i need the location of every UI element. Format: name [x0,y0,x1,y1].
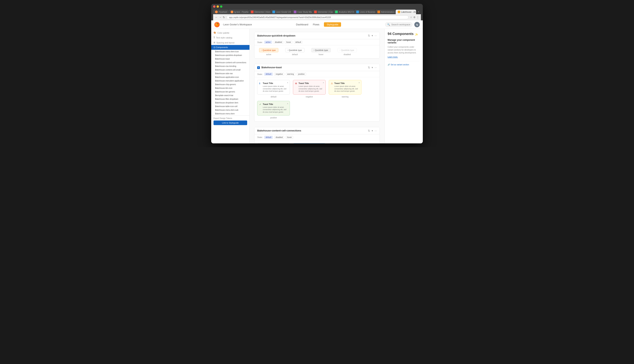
toast-negative-body: Lorem ipsum dolor sit amet, consectetur … [298,85,323,92]
connections-expand-icon[interactable]: ▾ [372,129,373,132]
sidebar-sub-application-icon[interactable]: $lakehouse-application-icon [211,75,249,79]
tab-case-study[interactable]: Case Study Ma... × [292,10,312,14]
toast-warning-card: ⚠ Toast Title Lorem ipsum dolor sit amet… [329,80,362,94]
toast-default-label: default [271,96,276,98]
sidebar-item-text-style[interactable]: T Text style catalog [211,35,249,40]
toast-positive-label: positive [270,117,277,119]
menu-icon[interactable]: ⋮ [417,16,419,19]
sidebar-sub-content-cell-small[interactable]: $lakehouse-content-cell-small [211,68,249,72]
sidebar-sub-side-nav[interactable]: $lakehouse-side-nav [211,72,249,75]
maximize-traffic-light[interactable] [220,6,222,8]
state-hover[interactable]: hover [285,41,292,44]
quicklink-variant-disabled: › Quicklink type disabled [336,48,359,56]
nav-styleguide[interactable]: Styleguide [324,22,341,27]
lines-biz-favicon [356,10,359,13]
sidebar-sub-toast[interactable]: $lakehouse-toast [211,57,249,61]
nav-flows[interactable]: Flows [313,22,319,27]
quicklink-variants-grid: › Quicklink type active › Quicklink type… [254,45,380,58]
toast-default-close[interactable]: × [287,82,288,84]
workspace-label-text: Leon Govier's Workspace [223,23,252,26]
connections-sort-icon[interactable]: ⇅ [368,129,370,132]
new-tab-button[interactable]: + [416,9,421,14]
sidebar-sub-btn-generic[interactable]: $lakehouse-btn-generic [211,90,249,94]
toast-warning-close[interactable]: × [359,82,360,84]
connections-section-actions: ⇅ ▾ ··· [368,129,377,132]
sidebar-sub-content-cell-connections[interactable]: $lakehouse-content-cell-connections [211,61,249,64]
toast-check-icon: ✓ [259,103,261,106]
sidebar-sub-menu-item-sub[interactable]: $lakehouse-menu-item-sub [211,108,249,112]
toast-section-header: # $lakehouse-toast ⇅ ▾ ··· [254,64,380,71]
tab-lakehouse[interactable]: Lakehouse - Ze... × [396,10,416,14]
conn-state-hover[interactable]: hover [286,136,293,139]
sidebar-sub-menuitem-application[interactable]: $lakehouse-menuitem-application [211,79,249,83]
forward-button[interactable]: → [219,16,222,19]
panel-manage-title: Manage your component variants [388,39,420,44]
sidebar-sub-dropdown-item[interactable]: $lakehouse-dropdown-item [211,101,249,104]
tab-close-flywheel[interactable]: × [228,11,228,13]
sidebar-item-color-palette[interactable]: 🎨 Color palette [211,30,249,35]
bookmark-icon[interactable]: ☆ [410,16,412,19]
link-icon: 🔗 [388,64,390,66]
tab-administration[interactable]: Administration ... × [376,10,396,14]
toast-state-negative[interactable]: negative [274,73,284,76]
sidebar-sub-quicklink-dropdown[interactable]: $lakehouse-quicklink-dropdown [211,54,249,57]
link-to-styleguide-button[interactable]: Link to Styleguide [213,120,247,125]
connections-more-icon[interactable]: ··· [375,129,377,132]
tab-analytics-mui[interactable]: Analytics MUI Vi... × [333,10,354,14]
sidebar-sub-table-icon-cell[interactable]: $lakehouse-table-icon-cell [211,104,249,108]
toast-expand-icon[interactable]: ▾ [372,66,373,69]
quicklink-active-btn[interactable]: › Quicklink type [259,48,278,52]
tab-lg-test[interactable]: lg test - Flywheel × [229,10,249,14]
toast-sort-icon[interactable]: ⇅ [368,66,370,69]
sidebar-sub-filter-dropdown[interactable]: $lakehouse-filter-dropdown [211,97,249,101]
sidebar-sub-menu-item[interactable]: $lakehouse-menu-item [211,112,249,116]
sidebar-item-components[interactable]: ⊡ Components [211,45,249,50]
tab-lines-of-biz[interactable]: Lines of Busines... × [354,10,375,14]
sidebar-sub-btn-icon[interactable]: $lakehouse-btn-icon [211,86,249,90]
quicklink-default-btn[interactable]: › Quicklink type [285,48,304,52]
toast-negative-close[interactable]: × [323,82,324,84]
state-active[interactable]: active [264,41,272,44]
sidebar-sub-row-trending[interactable]: $lakehouse-row-trending [211,64,249,68]
tab-elementor-home[interactable]: Elementor | Hom... × [249,10,270,14]
toast-state-default[interactable]: default [264,73,273,76]
tab-elementor-cas[interactable]: Elementor | Cas... × [312,10,333,14]
quicklink-hover-btn[interactable]: › Quicklink type [311,48,331,52]
refresh-button[interactable]: ↻ [223,16,225,19]
sort-icon[interactable]: ⇅ [368,34,370,37]
admin-favicon [377,10,380,13]
url-input[interactable]: app.zeplin.io/project/63a19604f2a6d5145a… [227,15,409,19]
toast-variant-positive: ✓ Toast Title Lorem ipsum dolor sit amet… [257,101,290,119]
url-text: app.zeplin.io/project/63a19604f2a6d5145a… [229,16,331,18]
case-study-favicon [294,10,296,13]
toast-state-warning[interactable]: warning [286,73,295,76]
extensions-icon[interactable]: ⚙ [413,16,416,19]
minimize-traffic-light[interactable] [217,6,219,8]
set-variant-section-button[interactable]: 🔗 Set as variant section [388,61,420,66]
user-avatar[interactable]: lg [414,22,420,27]
back-button[interactable]: ← [215,16,218,19]
sidebar-sub-chip-generic[interactable]: $lakehouse-chip-generic [211,83,249,86]
connections-variants-grid: T ThoughtSpot + default T [254,140,380,143]
more-actions-icon[interactable]: ··· [375,34,377,37]
conn-state-default[interactable]: default [264,136,273,139]
tab-leon-govier[interactable]: Leon Govier UX ... × [270,10,292,14]
quicklink-disabled-btn: › Quicklink type [338,48,357,52]
sidebar-item-spacing[interactable]: ⊞ Spacing and layout [211,40,249,45]
toast-positive-close[interactable]: × [287,103,288,105]
search-box[interactable]: 🔍 Search workspace [385,22,412,27]
app-container: 🍊 ‹ Leon Govier's Workspace Dashboard Fl… [211,20,423,143]
toast-state-positive[interactable]: positive [297,73,306,76]
sidebar-sub-template-search-bar[interactable]: $template-search-bar [211,94,249,97]
tab-flywheel[interactable]: Flywheel × [213,10,228,14]
connections-section-title: $lakehouse-content-cell-connections [257,129,301,132]
toast-more-icon[interactable]: ··· [375,66,377,69]
close-traffic-light[interactable] [213,6,215,8]
state-default[interactable]: default [294,41,302,44]
expand-icon[interactable]: ▾ [372,34,373,37]
state-disabled[interactable]: disabled [273,41,283,44]
nav-dashboard[interactable]: Dashboard [296,22,308,27]
conn-state-disabled[interactable]: disabled [274,136,284,139]
learn-more-link[interactable]: Learn more. [388,56,398,58]
sidebar-sub-menu-item-icon[interactable]: $lakehouse-menu-item-icon [211,50,249,54]
